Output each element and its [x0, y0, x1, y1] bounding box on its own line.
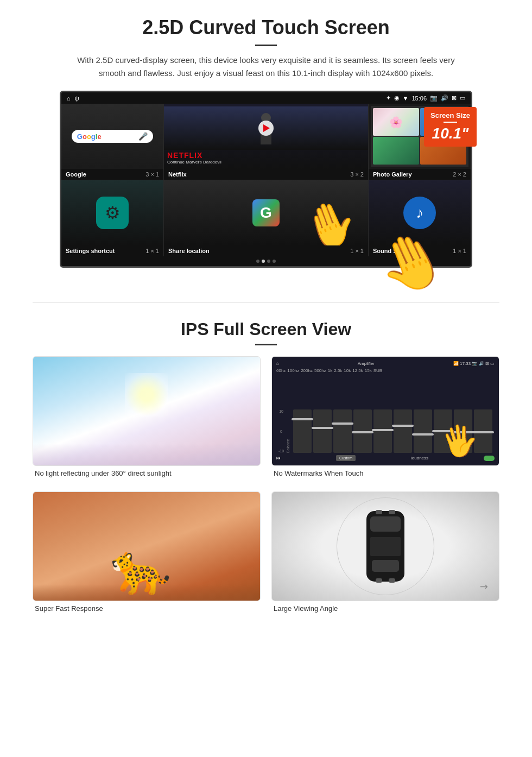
bluetooth-icon: ✦ [386, 94, 391, 102]
svg-rect-7 [389, 578, 395, 583]
google-label: Google 3 × 1 [61, 169, 163, 180]
x-icon: ⊠ [452, 94, 457, 102]
car-caption: Large Viewing Angle [271, 601, 499, 616]
camera-icon: 📷 [430, 94, 438, 102]
wifi-icon: ▼ [403, 95, 409, 102]
location-icon: ◉ [394, 94, 400, 102]
time-display: 15:06 [411, 95, 427, 102]
image-grid: No light reflecting under 360° direct su… [33, 356, 499, 616]
svg-rect-5 [389, 510, 395, 514]
share-location-cell[interactable]: G 🤚 Share location 1 × 1 [164, 180, 369, 256]
page-divider [33, 302, 499, 303]
section2-divider [255, 344, 277, 345]
netflix-app-size: 3 × 2 [350, 171, 364, 178]
slider-5[interactable] [373, 409, 392, 453]
slider-4[interactable] [353, 409, 372, 453]
slider-3-thumb [332, 422, 353, 425]
amp-title: Amplifier [358, 361, 375, 366]
maps-icon: G [252, 199, 280, 226]
amp-caption: No Watermarks When Touch [271, 466, 499, 481]
device-screen: ⌂ ψ ✦ ◉ ▼ 15:06 📷 🔊 ⊠ ▭ [60, 91, 472, 268]
netflix-subtitle: Continue Marvel's Daredevil [167, 160, 221, 165]
car-card: ↗ Large Viewing Angle [271, 491, 499, 616]
sound-app-size: 1 × 1 [453, 248, 466, 254]
netflix-app-name: Netflix [168, 171, 187, 178]
slider-6[interactable] [394, 409, 412, 453]
balance-label: Balance [286, 409, 290, 453]
volume-icon: 🔊 [441, 94, 448, 102]
dot-4 [273, 260, 276, 263]
badge-divider [444, 122, 457, 123]
dot-1 [256, 260, 259, 263]
google-app-size: 3 × 1 [145, 171, 159, 178]
cheetah-caption: Super Fast Response [33, 601, 261, 616]
amp-visual: ⌂ Amplifier 📶 17:33 📷 🔊 ⊠ ▭ 60hz 100hz 2… [272, 357, 499, 465]
slider-1-thumb [292, 418, 313, 420]
netflix-content: NETFLIX Continue Marvel's Daredevil [164, 104, 368, 169]
photo-gallery-app-size: 2 × 2 [453, 171, 466, 178]
badge-size: 10.1" [432, 125, 469, 142]
slider-7[interactable] [414, 409, 432, 453]
cheetah-image-card: 🐆 [33, 491, 261, 601]
app-row-top: Google 🎤 Google 3 × 1 [61, 104, 471, 180]
sky-image-card [33, 356, 261, 466]
slider-3[interactable] [333, 409, 352, 453]
cheetah-gradient [33, 584, 260, 601]
sound-thumb: ♪ [369, 180, 471, 245]
share-thumb: G 🤚 [164, 180, 368, 245]
netflix-thumb: NETFLIX Continue Marvel's Daredevil [164, 104, 368, 169]
slider-5-thumb [372, 429, 394, 431]
sky-gradient-bottom [33, 444, 260, 465]
section1-title: 2.5D Curved Touch Screen [33, 16, 499, 39]
cheetah-card: 🐆 Super Fast Response [33, 491, 261, 616]
amp-home-icon: ⌂ [276, 361, 279, 366]
usb-icon: ψ [75, 95, 79, 102]
netflix-scene [164, 106, 368, 150]
pointing-hand: 🤚 [296, 192, 364, 245]
google-searchbar[interactable]: Google 🎤 [72, 130, 153, 143]
google-thumb: Google 🎤 [61, 104, 163, 169]
netflix-cell[interactable]: NETFLIX Continue Marvel's Daredevil Netf… [164, 104, 369, 180]
slider-6-thumb [392, 425, 414, 427]
netflix-label: Netflix 3 × 2 [164, 169, 368, 180]
svg-rect-2 [370, 537, 401, 556]
amplifier-image-card: ⌂ Amplifier 📶 17:33 📷 🔊 ⊠ ▭ 60hz 100hz 2… [271, 356, 499, 466]
svg-rect-1 [370, 516, 401, 532]
settings-app-name: Settings shortcut [66, 248, 115, 254]
sound-search-cell[interactable]: ♪ Sound Search 1 × 1 [369, 180, 471, 256]
amp-loudness-label: loudness [411, 456, 428, 460]
cheetah-visual: 🐆 [33, 492, 260, 601]
svg-rect-4 [376, 510, 382, 514]
share-app-size: 1 × 1 [350, 248, 364, 254]
sound-icon: ♪ [403, 197, 436, 229]
settings-cell[interactable]: ⚙ Settings shortcut 1 × 1 [61, 180, 164, 256]
title-divider [255, 45, 277, 46]
netflix-brand: NETFLIX Continue Marvel's Daredevil [167, 151, 221, 165]
amp-left-labels: 100-10 [278, 409, 284, 453]
amp-toggle[interactable] [484, 456, 495, 461]
play-button[interactable] [258, 121, 274, 136]
section2-title: IPS Full Screen View [33, 319, 499, 339]
section-ips: IPS Full Screen View No light reflecting… [0, 319, 532, 632]
google-app-name: Google [66, 171, 86, 178]
amp-custom-button[interactable]: Custom [336, 455, 356, 461]
slider-1[interactable] [293, 409, 312, 453]
amplifier-card: ⌂ Amplifier 📶 17:33 📷 🔊 ⊠ ▭ 60hz 100hz 2… [271, 356, 499, 481]
car-image-card: ↗ [271, 491, 499, 601]
car-circle [337, 497, 434, 595]
slider-2[interactable] [313, 409, 332, 453]
amp-prev-icon: ⏮ [276, 456, 281, 460]
settings-thumb: ⚙ [61, 180, 163, 245]
amp-hand-icon: 🖐 [438, 420, 481, 462]
section1-description: With 2.5D curved-display screen, this de… [76, 54, 456, 80]
amp-sliders-container: 100-10 Balance [276, 374, 495, 453]
settings-icon: ⚙ [96, 197, 129, 229]
google-cell[interactable]: Google 🎤 Google 3 × 1 [61, 104, 164, 180]
device-container: Screen Size 10.1" ⌂ ψ ✦ ◉ ▼ 15:06 📷 🔊 ⊠ [60, 91, 472, 268]
app-row-bottom: ⚙ Settings shortcut 1 × 1 G [61, 180, 471, 256]
settings-app-size: 1 × 1 [145, 248, 159, 254]
badge-label: Screen Size [430, 111, 470, 119]
photo-thumb-green [373, 137, 419, 165]
share-label: Share location 1 × 1 [164, 245, 368, 256]
slider-4-thumb [352, 431, 373, 433]
